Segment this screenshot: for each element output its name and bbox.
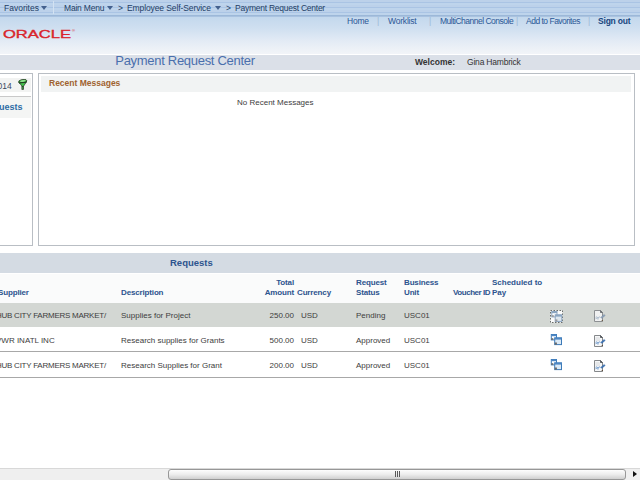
- svg-text:®: ®: [72, 28, 75, 33]
- svg-text:ORACLE: ORACLE: [3, 28, 71, 40]
